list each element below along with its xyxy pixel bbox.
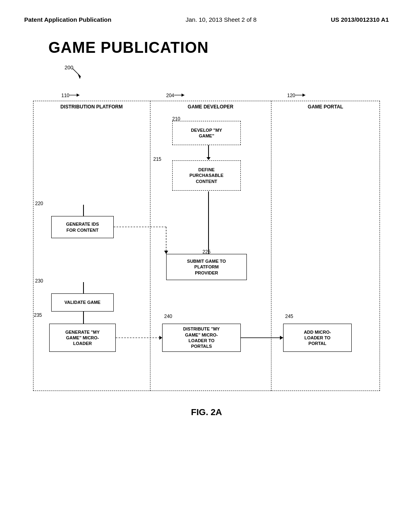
box-210: DEVELOP "MY GAME" [172,121,241,145]
ref-110-arrow [67,92,88,100]
arrow-210-215 [206,145,211,160]
box-220: GENERATE IDS FOR CONTENT [51,216,114,238]
header: Patent Application Publication Jan. 10, … [24,16,389,23]
ref-215: 215 [153,156,161,162]
svg-line-0 [73,69,81,77]
svg-marker-5 [181,94,184,97]
box-230: VALIDATE GAME [51,293,114,312]
ref-235: 235 [34,312,42,318]
ref-204-arrow [172,92,192,100]
col-divider-1 [150,101,150,391]
box-240: DISTRIBUTE "MY GAME" MICRO- LOADER TO PO… [162,324,241,352]
fig-label: FIG. 2A [24,407,389,418]
diagram-title: GAME PUBLICATION [48,39,389,56]
ref-220: 220 [35,201,43,206]
ref-240: 240 [164,314,172,319]
box-235: GENERATE "MY GAME" MICRO- LOADER [49,324,116,352]
diagram-area: 110 DISTRIBUTION PLATFORM 204 GAME DEVEL… [29,81,384,395]
section-label-col3: GAME PORTAL [271,104,380,110]
ref-245: 245 [285,314,293,319]
ref-200: 200 [65,64,73,71]
box-245: ADD MICRO- LOADER TO PORTAL [283,324,352,352]
page: Patent Application Publication Jan. 10, … [0,0,413,532]
section-label-col2: GAME DEVELOPER [150,104,271,110]
section-label-col1: DISTRIBUTION PLATFORM [33,104,150,110]
svg-marker-3 [77,94,79,97]
ref-120-arrow [293,92,313,100]
ref-230: 230 [35,278,43,284]
header-center: Jan. 10, 2013 Sheet 2 of 8 [186,16,257,23]
header-left: Patent Application Publication [24,16,111,23]
svg-marker-7 [302,94,305,97]
arrow-215-225 [206,191,211,257]
col-divider-2 [271,101,271,391]
box-225: SUBMIT GAME TO PLATFORM PROVIDER [166,254,247,280]
box-215: DEFINE PURCHASABLE CONTENT [172,160,241,191]
header-right: US 2013/0012310 A1 [331,16,389,23]
